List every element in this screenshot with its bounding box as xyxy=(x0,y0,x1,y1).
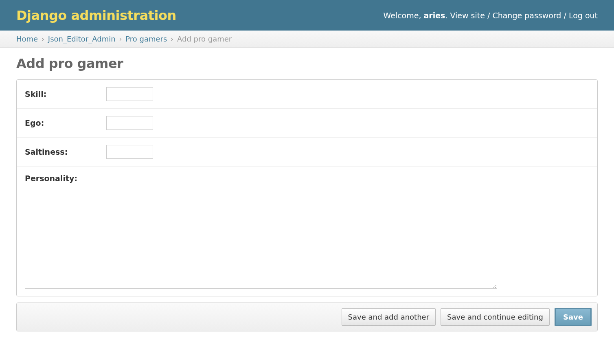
skill-label: Skill: xyxy=(25,90,106,99)
change-password-link[interactable]: Change password xyxy=(492,11,561,20)
saltiness-label: Saltiness: xyxy=(25,147,106,156)
submit-row xyxy=(16,303,598,331)
form-row-personality: Personality: xyxy=(17,167,597,296)
site-title: Django administration xyxy=(16,8,176,23)
logout-link[interactable]: Log out xyxy=(569,11,598,20)
form-row-ego: Ego: xyxy=(17,109,597,138)
breadcrumb-app[interactable]: Json_Editor_Admin xyxy=(48,35,116,43)
form-row-skill: Skill: xyxy=(17,80,597,109)
username: aries xyxy=(423,11,445,20)
save-button[interactable] xyxy=(555,308,592,326)
user-tools: Welcome, aries. View site / Change passw… xyxy=(383,11,598,20)
breadcrumb-separator: › xyxy=(42,35,44,43)
personality-textarea[interactable] xyxy=(25,187,497,289)
ego-label: Ego: xyxy=(25,118,106,127)
save-continue-button[interactable] xyxy=(441,308,550,326)
branding: Django administration xyxy=(16,8,176,23)
save-add-another-button[interactable] xyxy=(342,308,436,326)
period: . xyxy=(445,11,450,20)
form-fieldset: Skill: Ego: Saltiness: Personality: xyxy=(16,79,598,296)
breadcrumb-home[interactable]: Home xyxy=(16,35,38,43)
personality-label: Personality: xyxy=(25,174,77,183)
skill-input[interactable] xyxy=(106,87,153,101)
admin-header: Django administration Welcome, aries. Vi… xyxy=(0,0,614,31)
content-main: Add pro gamer Skill: Ego: Saltiness: Per… xyxy=(0,48,614,340)
page-title: Add pro gamer xyxy=(16,56,598,71)
breadcrumb-current: Add pro gamer xyxy=(177,35,232,43)
breadcrumb-separator: › xyxy=(119,35,122,43)
separator: / xyxy=(485,11,492,20)
breadcrumbs: Home › Json_Editor_Admin › Pro gamers › … xyxy=(0,31,614,48)
breadcrumb-model[interactable]: Pro gamers xyxy=(125,35,167,43)
separator: / xyxy=(561,11,568,20)
welcome-text: Welcome, xyxy=(383,11,423,20)
ego-input[interactable] xyxy=(106,116,153,130)
saltiness-input[interactable] xyxy=(106,145,153,159)
form-row-saltiness: Saltiness: xyxy=(17,138,597,167)
breadcrumb-separator: › xyxy=(171,35,173,43)
view-site-link[interactable]: View site xyxy=(450,11,485,20)
